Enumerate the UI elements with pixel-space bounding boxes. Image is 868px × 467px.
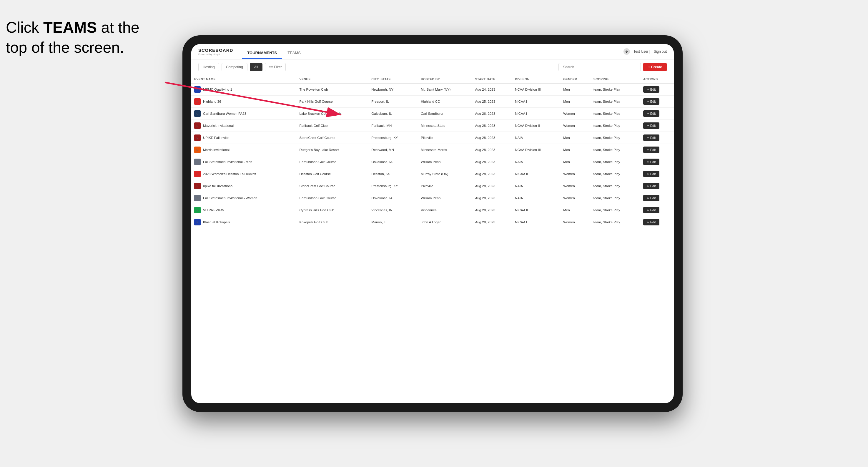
cell-hosted-by: Murray State (OK) <box>418 168 472 180</box>
edit-button[interactable]: ✏ Edit <box>643 183 659 189</box>
cell-venue: Kokopelli Golf Club <box>296 216 368 228</box>
cell-venue: Hesston Golf Course <box>296 168 368 180</box>
cell-start-date: Aug 28, 2023 <box>472 216 512 228</box>
edit-icon: ✏ <box>647 88 649 91</box>
cell-division: NAIA <box>512 192 560 204</box>
cell-hosted-by: Pikeville <box>418 180 472 192</box>
col-scoring: Scoring <box>591 75 640 84</box>
edit-button[interactable]: ✏ Edit <box>643 147 659 153</box>
team-logo: K <box>194 219 201 225</box>
team-logo: M <box>194 86 201 93</box>
cell-actions: ✏ Edit <box>640 132 674 144</box>
team-logo: C <box>194 111 201 117</box>
cell-hosted-by: Highland CC <box>418 96 472 108</box>
cell-start-date: Aug 26, 2023 <box>472 108 512 120</box>
toolbar: Hosting Competing All ≡ ≡ Filter + Creat… <box>191 59 674 75</box>
hosting-button[interactable]: Hosting <box>198 63 219 71</box>
cell-venue: The Powelton Club <box>296 84 368 96</box>
edit-label: Edit <box>650 220 656 224</box>
edit-button[interactable]: ✏ Edit <box>643 159 659 165</box>
cell-city-state: Prestonsburg, KY <box>368 132 418 144</box>
cell-scoring: team, Stroke Play <box>591 132 640 144</box>
cell-venue: StoneCrest Golf Course <box>296 132 368 144</box>
logo-text: SCOREBOARD <box>198 48 233 53</box>
edit-icon: ✏ <box>647 112 649 115</box>
cell-gender: Women <box>560 192 591 204</box>
cell-division: NICAA I <box>512 108 560 120</box>
cell-venue: Edmundson Golf Course <box>296 192 368 204</box>
cell-actions: ✏ Edit <box>640 84 674 96</box>
cell-venue: StoneCrest Golf Course <box>296 180 368 192</box>
cell-actions: ✏ Edit <box>640 180 674 192</box>
edit-label: Edit <box>650 160 656 164</box>
table-row: K Klash at Kokopelli Kokopelli Golf Club… <box>191 216 674 228</box>
cell-event-name: H Highland 36 <box>191 96 296 108</box>
edit-button[interactable]: ✏ Edit <box>643 98 659 105</box>
search-input[interactable] <box>558 63 641 71</box>
event-name-text: Klash at Kokopelli <box>203 220 230 224</box>
cell-start-date: Aug 28, 2023 <box>472 192 512 204</box>
cell-venue: Edmundson Golf Course <box>296 156 368 168</box>
edit-label: Edit <box>650 136 656 139</box>
cell-start-date: Aug 28, 2023 <box>472 120 512 132</box>
edit-label: Edit <box>650 124 656 127</box>
event-name-text: UPIKE Fall Invite <box>203 136 228 139</box>
edit-icon: ✏ <box>647 136 649 139</box>
edit-button[interactable]: ✏ Edit <box>643 122 659 129</box>
create-button[interactable]: + Create <box>643 63 667 71</box>
cell-venue: Park Hills Golf Course <box>296 96 368 108</box>
filter-label: ≡ Filter <box>271 65 282 69</box>
edit-button[interactable]: ✏ Edit <box>643 134 659 141</box>
cell-gender: Women <box>560 180 591 192</box>
cell-start-date: Aug 28, 2023 <box>472 156 512 168</box>
edit-label: Edit <box>650 100 656 103</box>
edit-icon: ✏ <box>647 209 649 212</box>
edit-button[interactable]: ✏ Edit <box>643 195 659 201</box>
cell-actions: ✏ Edit <box>640 156 674 168</box>
settings-icon[interactable]: ⚙ <box>623 48 630 55</box>
cell-event-name: M Maverick Invitational <box>191 120 296 132</box>
event-name-text: Fall Statesmen Invitational - Women <box>203 196 257 200</box>
cell-actions: ✏ Edit <box>640 192 674 204</box>
cell-event-name: F Fall Statesmen Invitational - Men <box>191 156 296 168</box>
edit-icon: ✏ <box>647 148 649 152</box>
cell-city-state: Oskaloosa, IA <box>368 192 418 204</box>
all-button[interactable]: All <box>250 63 262 71</box>
cell-event-name: F Fall Statesmen Invitational - Women <box>191 192 296 204</box>
filter-icon: ≡ <box>269 65 271 69</box>
cell-start-date: Aug 25, 2023 <box>472 96 512 108</box>
col-venue: Venue <box>296 75 368 84</box>
edit-label: Edit <box>650 196 656 200</box>
cell-city-state: Faribault, MN <box>368 120 418 132</box>
cell-division: NCAA Division III <box>512 84 560 96</box>
tab-teams[interactable]: TEAMS <box>282 44 306 59</box>
cell-division: NAIA <box>512 132 560 144</box>
edit-icon: ✏ <box>647 160 649 164</box>
cell-gender: Women <box>560 120 591 132</box>
edit-button[interactable]: ✏ Edit <box>643 86 659 93</box>
edit-button[interactable]: ✏ Edit <box>643 111 659 117</box>
cell-hosted-by: Minnesota-Morris <box>418 144 472 156</box>
table-row: M Maverick Invitational Faribault Golf C… <box>191 120 674 132</box>
edit-button[interactable]: ✏ Edit <box>643 219 659 225</box>
cell-city-state: Hesston, KS <box>368 168 418 180</box>
instruction-bold: TEAMS <box>43 19 97 36</box>
cell-actions: ✏ Edit <box>640 108 674 120</box>
cell-scoring: team, Stroke Play <box>591 192 640 204</box>
tab-tournaments[interactable]: TOURNAMENTS <box>242 44 282 59</box>
filter-button[interactable]: ≡ ≡ Filter <box>265 63 286 71</box>
event-name-text: Highland 36 <box>203 100 221 103</box>
edit-button[interactable]: ✏ Edit <box>643 207 659 213</box>
cell-start-date: Aug 28, 2023 <box>472 168 512 180</box>
edit-label: Edit <box>650 112 656 115</box>
nav-signout[interactable]: Sign out <box>654 50 667 54</box>
cell-division: NAIA <box>512 156 560 168</box>
cell-scoring: team, Stroke Play <box>591 168 640 180</box>
edit-label: Edit <box>650 148 656 152</box>
event-name-text: 2023 Women's Hesston Fall Kickoff <box>203 172 256 176</box>
logo-sub: Powered by clippit <box>198 53 233 56</box>
team-logo: U <box>194 183 201 189</box>
competing-button[interactable]: Competing <box>222 63 247 71</box>
cell-start-date: Aug 28, 2023 <box>472 180 512 192</box>
edit-button[interactable]: ✏ Edit <box>643 171 659 177</box>
